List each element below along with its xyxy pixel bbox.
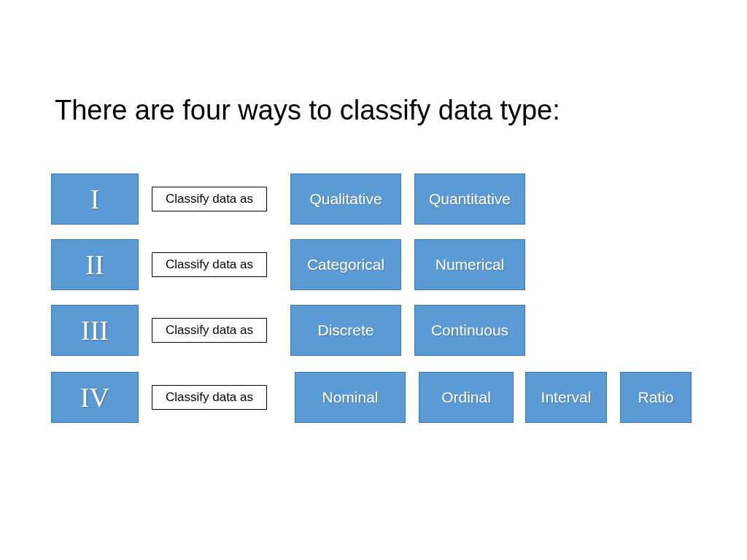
category-ordinal: Ordinal xyxy=(419,372,514,423)
roman-numeral-4: IV xyxy=(51,372,139,423)
category-numerical: Numerical xyxy=(414,239,525,290)
roman-numeral-1: I xyxy=(51,174,139,225)
category-discrete: Discrete xyxy=(290,305,401,356)
classify-label-1: Classify data as xyxy=(152,187,267,211)
classification-row-3: III Classify data as Discrete Continuous xyxy=(51,305,525,356)
category-qualitative: Qualitative xyxy=(290,174,401,225)
classify-label-3: Classify data as xyxy=(152,318,267,343)
classify-label-4: Classify data as xyxy=(152,385,267,410)
classification-row-2: II Classify data as Categorical Numerica… xyxy=(51,239,525,290)
roman-numeral-2: II xyxy=(51,239,139,290)
category-nominal: Nominal xyxy=(295,372,406,423)
category-categorical: Categorical xyxy=(290,239,401,290)
category-quantitative: Quantitative xyxy=(414,174,525,225)
roman-numeral-3: III xyxy=(51,305,139,356)
classification-row-1: I Classify data as Qualitative Quantitat… xyxy=(51,174,525,225)
category-continuous: Continuous xyxy=(414,305,525,356)
classify-label-2: Classify data as xyxy=(152,252,267,277)
category-ratio: Ratio xyxy=(620,372,692,423)
classification-row-4: IV Classify data as Nominal Ordinal Inte… xyxy=(51,372,692,423)
slide-title: There are four ways to classify data typ… xyxy=(55,95,560,126)
category-interval: Interval xyxy=(525,372,607,423)
